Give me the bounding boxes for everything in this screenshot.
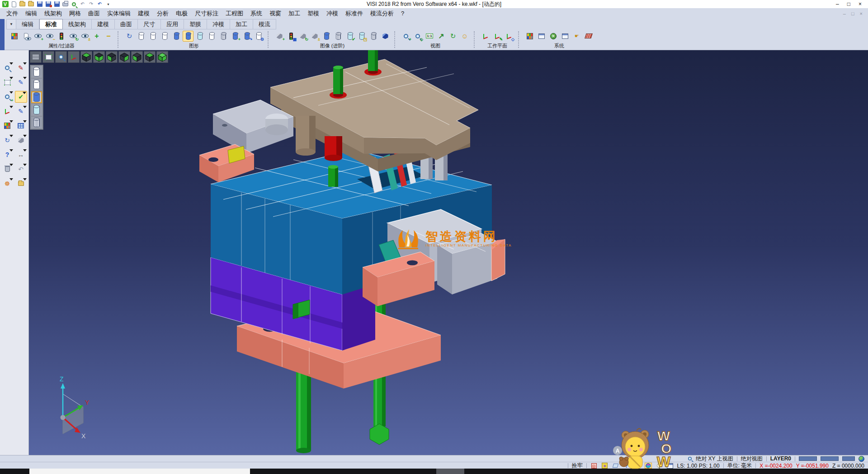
toggle-visibility-icon[interactable]: ± [80,31,90,42]
workplane-axes-icon[interactable] [1,105,14,117]
layer-empty-2-icon[interactable] [31,79,42,90]
view-mode-label[interactable]: 绝对 XY 上视图 [696,455,733,463]
workplane-set-icon[interactable] [480,31,491,42]
scrollbar-thumb[interactable] [436,469,464,474]
undo-icon[interactable]: ↶ [79,1,86,7]
hide-all-icon[interactable]: − [103,31,114,42]
mdi-close-button[interactable]: × [860,11,863,16]
body-hatch-icon[interactable] [368,31,379,42]
active-layer-label[interactable]: LAYER0 [770,455,791,462]
view-top-icon[interactable] [80,51,92,63]
view-refresh-icon[interactable]: ↻ [448,31,458,42]
globe-icon[interactable] [859,456,864,462]
tab-flow[interactable]: 模流 [253,19,276,29]
delete-trash-icon[interactable] [1,163,14,175]
menu-file[interactable]: 文件 [3,9,22,19]
tab-surface[interactable]: 曲面 [115,19,138,29]
pan-arrow-icon[interactable]: ↗ [436,31,447,42]
menu-analysis[interactable]: 分析 [153,9,172,19]
menu-mould[interactable]: 塑模 [304,9,323,19]
menu-flow-analysis[interactable]: 模流分析 [367,9,397,19]
zoom-preview-icon[interactable] [1,62,14,74]
body-check-icon[interactable]: ✔ [344,31,355,42]
sprue-bushing-red[interactable] [325,136,342,161]
tab-mould[interactable]: 塑膜 [184,19,207,29]
layer-filled-icon[interactable] [171,31,182,42]
taskbar-app-segment[interactable] [29,469,250,474]
solids-refresh-icon[interactable]: ↻ [297,31,308,42]
viewport-menu-icon[interactable] [30,51,42,63]
render-smiley-icon[interactable]: ☺ [459,31,470,42]
viewport-zoom-icon[interactable] [55,51,67,63]
layer-empty-icon[interactable] [136,31,146,42]
snap-settings-icon[interactable] [590,463,598,469]
layer-hatched-icon[interactable] [31,117,42,128]
window-split-icon[interactable] [666,463,674,469]
print-icon[interactable] [62,1,69,7]
layer-empty-1-icon[interactable] [31,66,42,78]
solids-toggle-icon[interactable]: ± [309,31,320,42]
view-back-icon[interactable] [144,51,156,63]
layer-hatched-icon[interactable] [218,31,229,42]
body-striped-icon[interactable] [333,31,344,42]
refresh-visibility-icon[interactable]: ↻ [68,31,79,42]
zoom-one-to-one-icon[interactable]: 1:1 [424,31,435,42]
minimize-button[interactable]: – [836,0,839,8]
layer-empty2-icon[interactable] [147,31,158,42]
open-file-icon[interactable] [19,1,26,7]
view-reference-label[interactable]: 绝对视图 [741,455,763,463]
tab-dimension[interactable]: 尺寸 [138,19,161,29]
mdi-minimize-button[interactable]: – [843,11,846,16]
light-toggle-icon[interactable] [656,463,663,469]
layer-visible-icon[interactable] [31,104,42,116]
menu-standard-parts[interactable]: 标准件 [342,9,367,19]
tab-modeling[interactable]: 建模 [92,19,115,29]
menu-modeling[interactable]: 建模 [134,9,153,19]
layer-visible-icon[interactable] [194,31,205,42]
ucs-cube-icon[interactable] [645,463,652,469]
body-corner-icon[interactable]: ◳ [356,31,367,42]
fit-view-icon[interactable] [1,76,14,88]
tab-edit[interactable]: 编辑 [16,19,39,29]
help-icon[interactable]: ? [623,463,630,469]
qat-more-icon[interactable]: ▼ [105,1,112,7]
validate-icon[interactable]: ✔ [15,91,27,103]
tab-machining[interactable]: 加工 [230,19,253,29]
menu-window[interactable]: 视窗 [266,9,285,19]
zoom-all-icon[interactable]: ◇ [412,31,423,42]
regenerate-icon[interactable]: ↻ [1,134,14,146]
mdi-restore-button[interactable]: □ [851,11,854,16]
new-file-icon[interactable] [10,1,17,7]
magic-wand-icon[interactable] [601,463,609,469]
view-bottom-icon[interactable] [93,51,105,63]
menu-progress[interactable]: 冲模 [323,9,342,19]
close-button[interactable]: × [859,0,862,8]
support-column-tan[interactable] [296,116,316,156]
solid-cube-icon[interactable] [15,134,27,146]
menu-drawing[interactable]: 工程图 [222,9,247,19]
viewport-axes-icon[interactable] [68,51,80,63]
menu-machining[interactable]: 加工 [285,9,304,19]
tab-progress[interactable]: 冲模 [207,19,230,29]
open-project-icon[interactable] [15,178,27,190]
menu-surface[interactable]: 曲面 [85,9,104,19]
measure-distance-icon[interactable]: ↔ [15,149,27,161]
layer-empty3-icon[interactable] [159,31,170,42]
redo-icon[interactable]: ↷ [88,1,94,7]
workplane-view-icon[interactable]: ◇ [504,31,514,42]
menu-system[interactable]: 系统 [247,9,266,19]
workplane-align-icon[interactable]: ✎ [492,31,503,42]
view-front-icon[interactable] [131,51,143,63]
menu-edit[interactable]: 编辑 [22,9,41,19]
visibility-filter-icon[interactable] [56,31,67,42]
undo-history-icon[interactable]: ↶ [96,1,103,7]
system-tools-icon[interactable] [548,31,559,42]
save-as-icon[interactable] [45,1,52,7]
center-pin-green[interactable] [328,165,338,187]
viewport-fit-icon[interactable] [42,51,54,63]
layer-off-icon[interactable] [206,31,217,42]
menu-help[interactable]: ? [397,9,408,19]
3d-viewport-scene[interactable]: Z Y X [29,50,868,455]
package-icon[interactable] [634,463,641,469]
menu-electrode[interactable]: 电极 [172,9,191,19]
